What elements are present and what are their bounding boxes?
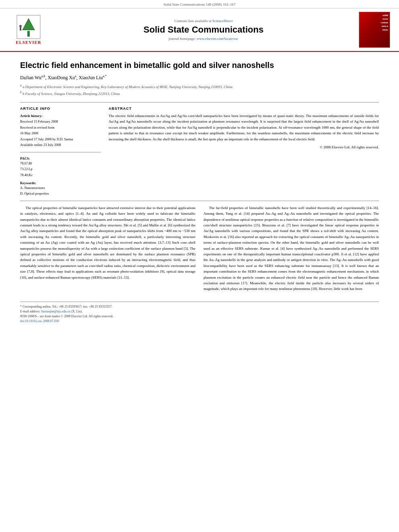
affiliation-a: a a Department of Electronic Science and… <box>20 83 379 90</box>
elsevier-tree-icon <box>16 15 41 39</box>
title-divider <box>20 102 379 103</box>
affiliation-b: b b Faculty of Science, Jiangsu Universi… <box>20 90 379 97</box>
elsevier-logo: ELSEVIER <box>16 15 41 45</box>
issn-line: 0038-1098/$ – see front matter © 2008 El… <box>20 314 379 319</box>
svg-rect-4 <box>20 27 21 31</box>
keywords-values: A. Nanostructures D. Optical properties <box>20 185 101 197</box>
received-date: Received 15 February 2008 <box>20 119 101 124</box>
email-address[interactable]: liuxiaojun@nju.edu.cn <box>41 310 70 313</box>
abstract-header: ABSTRACT <box>109 107 379 111</box>
abstract-body-divider <box>20 201 379 201</box>
journal-name: Solid State Communications <box>144 25 263 35</box>
pacs-values: 78.67.Bf 73.22.Lp 78.40.Kc <box>20 160 101 178</box>
doi-link[interactable]: doi:10.1016/j.ssc.2008.07.030 <box>20 319 59 323</box>
journal-citation: Solid State Communications 148 (2008) 16… <box>164 2 236 6</box>
svg-point-3 <box>19 25 22 27</box>
journal-header: ELSEVIER Contents lists available at Sci… <box>0 8 399 52</box>
abstract-column: ABSTRACT The electric field enhancements… <box>109 107 379 197</box>
pacs-header: PACS: <box>20 156 101 160</box>
article-info-column: ARTICLE INFO Article history: Received 1… <box>20 107 101 197</box>
keywords-header: Keywords: <box>20 181 101 185</box>
contents-available-text: Contents lists available at ScienceDirec… <box>175 19 233 23</box>
body-col-left: The optical properties of bimetallic nan… <box>20 205 195 294</box>
revised-label: Received in revised form <box>20 125 101 130</box>
journal-cover-area: solidstatecommunications <box>356 12 393 48</box>
article-history: Article history: Received 15 February 20… <box>20 113 101 148</box>
copyright-line: © 2008 Elsevier Ltd. All rights reserved… <box>109 145 379 149</box>
article-info-header: ARTICLE INFO <box>20 107 101 111</box>
revised-date: 16 May 2008 <box>20 130 101 136</box>
body-text: The optical properties of bimetallic nan… <box>20 205 379 294</box>
keywords-section: Keywords: A. Nanostructures D. Optical p… <box>20 181 101 197</box>
author-xiaodong: XiaoDong Xu <box>48 75 75 80</box>
author-xiaojun: XiaoJun Liu <box>79 75 103 80</box>
journal-homepage-text: journal homepage: www.elsevier.com/locat… <box>169 37 238 41</box>
pacs-section: PACS: 78.67.Bf 73.22.Lp 78.40.Kc <box>20 156 101 178</box>
author-xiaojun-sup: a,* <box>103 74 107 78</box>
abstract-text: The electric field enhancements in Au/Ag… <box>109 113 379 142</box>
email-note: E-mail address: liuxiaojun@nju.edu.cn (X… <box>20 309 379 314</box>
keyword-1: A. Nanostructures <box>20 185 101 191</box>
author-dajian: DaJian Wu <box>20 75 41 80</box>
pacs-2: 73.22.Lp <box>20 166 101 172</box>
paper-title: Electric field enhancement in bimetallic… <box>20 60 379 70</box>
affil-sup-b: b <box>20 90 22 94</box>
journal-cover-image: solidstatecommunications <box>359 12 390 48</box>
homepage-url[interactable]: www.elsevier.com/locate/ssc <box>197 37 239 41</box>
history-label: Article history: <box>20 113 101 119</box>
svg-rect-0 <box>27 31 30 37</box>
footer-area: * Corresponding author. Tel.: +86 25 835… <box>20 302 379 324</box>
article-info-abstract: ARTICLE INFO Article history: Received 1… <box>20 107 379 197</box>
elsevier-wordmark: ELSEVIER <box>16 40 41 45</box>
corresponding-author-note: * Corresponding author. Tel.: +86 25 835… <box>20 304 379 310</box>
available-date: Available online 23 July 2008 <box>20 142 101 148</box>
elsevier-logo-area: ELSEVIER <box>6 12 51 48</box>
email-note-suffix: (X. Liu). <box>71 310 82 313</box>
journal-title-area: Contents lists available at ScienceDirec… <box>51 12 356 48</box>
svg-marker-2 <box>23 21 34 29</box>
email-label: E-mail address: <box>20 310 40 313</box>
sciencedirect-link[interactable]: ScienceDirect <box>212 19 232 23</box>
paper-content: Electric field enhancement in bimetallic… <box>0 52 399 332</box>
doi-line: doi:10.1016/j.ssc.2008.07.030 <box>20 319 379 324</box>
body-col-right: The far-field properties of bimetallic n… <box>204 205 379 294</box>
pacs-1: 78.67.Bf <box>20 160 101 166</box>
accepted-date: Accepted 17 July 2008 by D.D. Sarma <box>20 136 101 142</box>
affil-sup-a: a <box>20 84 22 87</box>
body-paragraph-1: The optical properties of bimetallic nan… <box>20 205 195 280</box>
affiliations: a a Department of Electronic Science and… <box>20 83 379 97</box>
cover-label-text: solidstatecommunications <box>381 14 388 32</box>
body-paragraph-2: The far-field properties of bimetallic n… <box>204 205 379 292</box>
history-divider <box>20 152 101 152</box>
pacs-3: 78.40.Kc <box>20 172 101 178</box>
authors-line: DaJian Wua,b, XiaoDong Xua, XiaoJun Liua… <box>20 74 379 81</box>
author-dajian-sup: a,b <box>41 74 45 78</box>
journal-info-bar: Solid State Communications 148 (2008) 16… <box>0 0 399 8</box>
author-xiaodong-sup: a <box>75 74 76 78</box>
keyword-2: D. Optical properties <box>20 191 101 196</box>
star-note-text: * Corresponding author. Tel.: +86 25 835… <box>20 305 112 308</box>
